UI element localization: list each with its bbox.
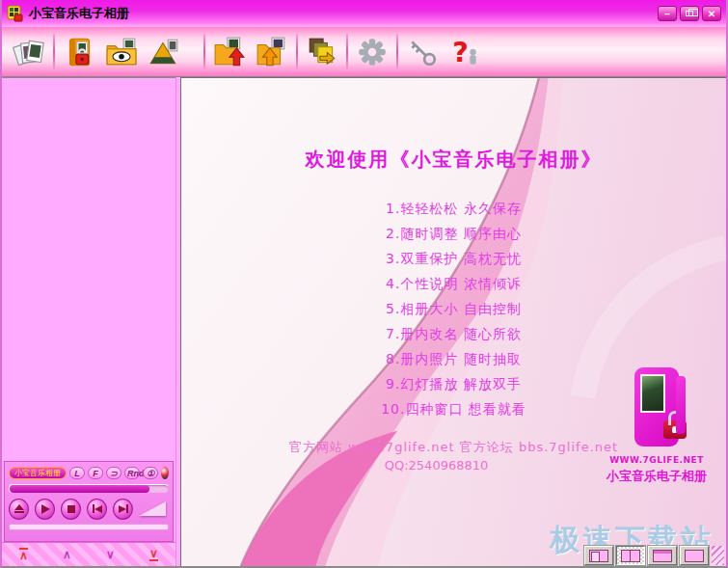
window-layout-1-icon xyxy=(589,550,608,562)
feature-item: 5.相册大小 自由控制 xyxy=(181,296,726,321)
top-arrow-icon: ∧ xyxy=(19,548,28,561)
photo-stack-icon xyxy=(13,36,45,68)
minimize-button[interactable]: – xyxy=(658,6,677,21)
logo-name-text: 小宝音乐电子相册 xyxy=(603,468,711,485)
feature-item: 3.双重保护 高枕无忧 xyxy=(181,246,726,271)
svg-text:?: ? xyxy=(452,36,469,68)
album-navigator: ∧ ∧ ∨ ∨ xyxy=(2,542,175,566)
stop-icon xyxy=(67,505,75,513)
previous-track-button[interactable] xyxy=(87,499,107,520)
titlebar[interactable]: 小宝音乐电子相册 – ✕ xyxy=(2,0,726,27)
left-panel: 小宝音乐相册 L F ⊃ Rnd ① xyxy=(2,77,175,566)
folder-red-up-arrow-icon xyxy=(213,36,246,68)
toolbar-separator xyxy=(296,34,298,70)
restore-button[interactable] xyxy=(680,6,699,21)
player-badge: 小宝音乐相册 xyxy=(9,467,67,479)
resize-grip[interactable] xyxy=(712,546,724,565)
player-progress-track[interactable] xyxy=(9,484,169,493)
logo-lock-icon xyxy=(663,420,687,439)
feature-item: 4.个性说明 浓情倾诉 xyxy=(181,271,726,296)
content-area: 小宝音乐相册 L F ⊃ Rnd ① xyxy=(2,77,726,566)
view-album-button[interactable] xyxy=(100,30,143,74)
brand-logo: WWW.7GLIFE.NET 小宝音乐电子相册 xyxy=(603,367,711,485)
player-controls-row xyxy=(9,498,169,520)
volume-wedge-icon xyxy=(139,501,166,516)
player-progress-fill xyxy=(10,485,149,493)
next-icon xyxy=(119,504,128,513)
app-icon xyxy=(7,5,24,22)
question-mark-icon: ? xyxy=(448,36,481,68)
eject-button[interactable] xyxy=(9,499,29,520)
album-lock-icon xyxy=(63,36,95,68)
move-album-button[interactable] xyxy=(301,30,343,74)
welcome-title: 欢迎使用《小宝音乐电子相册》 xyxy=(181,147,726,173)
music-player: 小宝音乐相册 L F ⊃ Rnd ① xyxy=(4,461,174,542)
pyramid-photo-icon xyxy=(148,36,180,68)
go-bottom-button[interactable]: ∨ xyxy=(132,543,175,566)
make-show-button[interactable] xyxy=(143,30,185,74)
album-tree[interactable] xyxy=(2,77,175,461)
sphere-icon-button[interactable] xyxy=(161,467,169,479)
mode-button-random[interactable]: Rnd xyxy=(124,467,140,479)
window-layout-4-icon xyxy=(685,550,704,562)
window-layout-3-icon xyxy=(653,550,672,562)
gear-icon xyxy=(356,36,389,68)
toolbar-separator xyxy=(346,34,348,70)
feature-item: 2.随时调整 顺序由心 xyxy=(181,221,726,246)
new-album-button[interactable] xyxy=(8,30,50,74)
album-logo-graphic xyxy=(634,367,679,446)
window-controls: – ✕ xyxy=(658,6,721,21)
folder-eye-icon xyxy=(105,36,138,68)
window-mode-3-button[interactable] xyxy=(648,546,677,565)
key-icon xyxy=(406,36,439,68)
import-photos-button[interactable] xyxy=(208,30,251,74)
toolbar-separator xyxy=(203,34,205,70)
restore-icon xyxy=(686,11,693,16)
player-mode-row: 小宝音乐相册 L F ⊃ Rnd ① xyxy=(9,466,169,480)
window-mode-1-button[interactable] xyxy=(584,546,613,565)
down-arrow-icon: ∨ xyxy=(106,549,115,560)
welcome-panel: 欢迎使用《小宝音乐电子相册》 1.轻轻松松 永久保存 2.随时调整 顺序由心 3… xyxy=(180,77,726,566)
folder-orange-up-arrow-icon xyxy=(256,36,288,68)
feature-item: 1.轻轻松松 永久保存 xyxy=(181,196,726,221)
bottom-arrow-icon: ∨ xyxy=(149,548,158,561)
window-mode-2-button[interactable] xyxy=(616,546,645,565)
volume-control[interactable] xyxy=(139,501,166,516)
play-icon xyxy=(41,504,50,514)
eject-icon xyxy=(14,504,24,513)
go-top-button[interactable]: ∧ xyxy=(2,543,45,566)
up-arrow-icon: ∧ xyxy=(63,549,71,560)
window-layout-2-icon xyxy=(621,550,640,562)
app-window: 小宝音乐电子相册 – ✕ xyxy=(0,0,728,568)
settings-button[interactable] xyxy=(351,30,393,74)
play-button[interactable] xyxy=(35,499,55,520)
mode-button-repeat[interactable]: ⊃ xyxy=(106,467,121,479)
next-track-button[interactable] xyxy=(113,499,133,520)
album-security-button[interactable] xyxy=(58,30,100,74)
player-secondary-bar[interactable] xyxy=(9,524,169,530)
feature-item: 7.册内改名 随心所欲 xyxy=(181,321,726,346)
mode-button-f[interactable]: F xyxy=(88,467,103,479)
previous-icon xyxy=(93,504,102,513)
export-photos-button[interactable] xyxy=(251,30,293,74)
toolbar-separator xyxy=(396,34,398,70)
stop-button[interactable] xyxy=(61,499,81,520)
go-up-button[interactable]: ∧ xyxy=(45,543,89,566)
window-mode-4-button[interactable] xyxy=(680,546,709,565)
help-button[interactable]: ? xyxy=(444,30,486,74)
folders-right-arrow-icon xyxy=(306,36,338,68)
logo-photo xyxy=(640,374,665,413)
go-down-button[interactable]: ∨ xyxy=(89,543,132,566)
logo-url-text: WWW.7GLIFE.NET xyxy=(603,455,711,465)
register-button[interactable] xyxy=(401,30,444,74)
window-title: 小宝音乐电子相册 xyxy=(29,5,129,22)
mode-button-one[interactable]: ① xyxy=(143,467,158,479)
mode-button-l[interactable]: L xyxy=(69,467,85,479)
window-mode-buttons xyxy=(584,546,724,565)
close-button[interactable]: ✕ xyxy=(702,6,721,21)
toolbar: ? xyxy=(2,27,726,77)
toolbar-separator xyxy=(53,34,55,70)
